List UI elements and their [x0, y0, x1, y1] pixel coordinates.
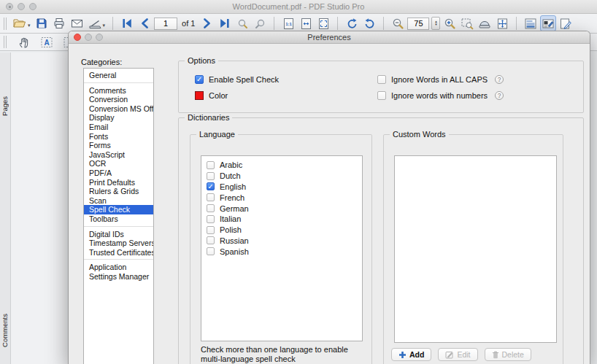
scan-button[interactable]: [87, 15, 107, 31]
language-item[interactable]: Russian: [201, 236, 362, 247]
language-list[interactable]: ArabicDutchEnglishFrenchGermanItalianPol…: [201, 155, 363, 341]
categories-list[interactable]: GeneralCommentsConversionConversion MS O…: [83, 68, 154, 364]
enable-spell-check-checkbox[interactable]: [195, 75, 204, 84]
category-item[interactable]: Digital IDs: [84, 230, 153, 239]
zoom-in-button[interactable]: [442, 15, 458, 31]
previous-view-button[interactable]: [234, 15, 250, 31]
category-item[interactable]: Timestamp Servers: [84, 239, 153, 248]
toolbar-grip[interactable]: [4, 18, 7, 30]
language-checkbox[interactable]: [207, 193, 215, 201]
window-minimize-button[interactable]: [18, 3, 25, 10]
email-button[interactable]: [69, 15, 85, 31]
previous-page-icon: [140, 18, 149, 28]
window-zoom-button[interactable]: [29, 3, 36, 10]
category-item[interactable]: PDF/A: [84, 169, 153, 178]
hand-tool-button[interactable]: [16, 34, 32, 50]
enable-spell-check-option[interactable]: Enable Spell Check: [195, 74, 377, 85]
last-page-button[interactable]: [217, 15, 233, 31]
language-checkbox[interactable]: [207, 226, 215, 234]
category-item[interactable]: Display: [84, 113, 153, 123]
category-item[interactable]: Forms: [84, 141, 153, 150]
custom-words-list[interactable]: [394, 155, 557, 343]
help-icon[interactable]: ?: [495, 91, 504, 100]
language-item[interactable]: French: [201, 192, 362, 203]
actual-size-button[interactable]: 1:1: [280, 15, 296, 31]
document-view-icon: [524, 18, 537, 30]
dialog-titlebar[interactable]: Preferences: [69, 31, 590, 44]
window-close-button[interactable]: [6, 3, 13, 10]
language-item[interactable]: Dutch: [201, 171, 362, 182]
print-button[interactable]: [51, 15, 67, 31]
add-button[interactable]: Add: [391, 348, 431, 361]
language-checkbox[interactable]: [207, 247, 215, 255]
pages-tab[interactable]: Pages: [1, 96, 9, 116]
ignore-all-caps-option[interactable]: Ignore Words in ALL CAPS ?: [377, 74, 583, 85]
language-label: Polish: [220, 225, 242, 234]
category-item[interactable]: OCR: [84, 159, 153, 169]
loupe-button[interactable]: [477, 15, 493, 31]
language-checkbox[interactable]: [207, 182, 215, 190]
category-item[interactable]: Application: [84, 263, 153, 272]
fit-page-button[interactable]: [298, 15, 314, 31]
zoom-stepper[interactable]: ▲▼: [431, 17, 440, 30]
rotate-counterclockwise-button[interactable]: [361, 15, 377, 31]
page-number-input[interactable]: [154, 18, 177, 30]
ignore-numbers-option[interactable]: Ignore words with numbers ?: [377, 90, 583, 101]
zoom-out-button[interactable]: [390, 15, 406, 31]
category-item[interactable]: Rulers & Grids: [84, 187, 153, 196]
spell-check-color-option[interactable]: Color: [195, 90, 377, 101]
language-item[interactable]: Italian: [201, 214, 362, 225]
ignore-all-caps-checkbox[interactable]: [377, 75, 386, 84]
dialog-close-button[interactable]: [74, 34, 81, 41]
dialog-zoom-button[interactable]: [96, 34, 103, 41]
language-item[interactable]: English: [201, 182, 362, 193]
pan-and-zoom-button[interactable]: [494, 15, 510, 31]
fit-width-button[interactable]: [315, 15, 331, 31]
category-item[interactable]: Conversion: [84, 95, 153, 104]
select-text-button[interactable]: A: [39, 34, 55, 50]
edit-page-button[interactable]: [558, 15, 574, 31]
next-page-button[interactable]: [199, 15, 215, 31]
ignore-numbers-checkbox[interactable]: [377, 91, 386, 100]
language-item[interactable]: Polish: [201, 225, 362, 236]
previous-page-button[interactable]: [136, 15, 153, 31]
category-item[interactable]: Fonts: [84, 132, 153, 142]
category-item[interactable]: Trusted Certificates: [84, 248, 153, 257]
language-group: Language ArabicDutchEnglishFrenchGermanI…: [190, 134, 372, 364]
category-item[interactable]: Print Defaults: [84, 178, 153, 187]
color-swatch[interactable]: [195, 91, 204, 100]
language-checkbox[interactable]: [207, 161, 215, 169]
zoom-level-input[interactable]: [407, 18, 429, 30]
language-item[interactable]: Spanish: [201, 246, 362, 257]
category-item[interactable]: Comments: [84, 86, 153, 96]
language-checkbox[interactable]: [207, 215, 215, 223]
category-item[interactable]: JavaScript: [84, 150, 153, 160]
delete-button[interactable]: Delete: [485, 348, 531, 361]
language-item[interactable]: German: [201, 203, 362, 214]
language-checkbox[interactable]: [207, 204, 215, 212]
comments-tab[interactable]: Comments: [1, 314, 9, 347]
category-item[interactable]: Spell Check: [84, 205, 153, 214]
category-item[interactable]: Conversion MS Office: [84, 104, 153, 114]
edit-button[interactable]: Edit: [438, 348, 477, 361]
category-item[interactable]: Scan: [84, 196, 153, 206]
category-item[interactable]: Toolbars: [84, 214, 153, 224]
language-checkbox[interactable]: [207, 172, 215, 180]
help-icon[interactable]: ?: [495, 75, 504, 84]
category-item[interactable]: Email: [84, 123, 153, 132]
open-button[interactable]: [11, 15, 32, 31]
first-page-button[interactable]: [119, 15, 135, 31]
category-item[interactable]: Settings Manager: [84, 272, 153, 282]
save-button[interactable]: [34, 15, 50, 31]
next-view-button[interactable]: [252, 15, 268, 31]
document-view-button[interactable]: [523, 15, 539, 31]
language-checkbox[interactable]: [207, 236, 215, 244]
rotate-clockwise-button[interactable]: [344, 15, 360, 31]
dialog-minimize-button[interactable]: [85, 34, 92, 41]
category-item[interactable]: General: [84, 71, 153, 80]
marquee-zoom-button[interactable]: [459, 15, 475, 31]
language-item[interactable]: Arabic: [201, 160, 362, 171]
button-label: Delete: [502, 350, 524, 359]
toolbar-grip[interactable]: [4, 36, 7, 48]
content-editing-button[interactable]: [540, 15, 556, 31]
